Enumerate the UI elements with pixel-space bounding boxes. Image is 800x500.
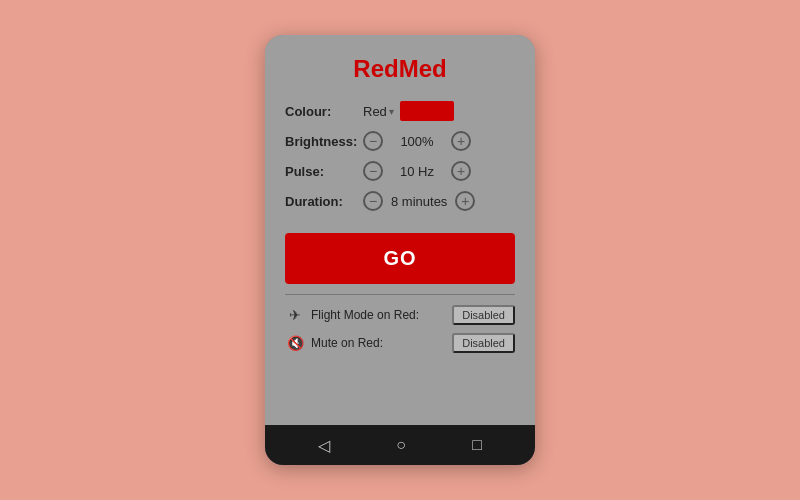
pulse-controls: − 10 Hz + <box>363 161 471 181</box>
mute-toggle[interactable]: Disabled <box>452 333 515 353</box>
go-button[interactable]: GO <box>285 233 515 284</box>
duration-controls: − 8 minutes + <box>363 191 475 211</box>
pulse-value: 10 Hz <box>391 164 443 179</box>
brightness-controls: − 100% + <box>363 131 471 151</box>
flight-mode-label: Flight Mode on Red: <box>311 308 446 322</box>
duration-value: 8 minutes <box>391 194 447 209</box>
flight-mode-toggle[interactable]: Disabled <box>452 305 515 325</box>
pulse-increase-button[interactable]: + <box>451 161 471 181</box>
colour-dropdown[interactable]: Red ▾ <box>363 104 394 119</box>
mute-icon: 🔇 <box>285 335 305 351</box>
brightness-row: Brightness: − 100% + <box>285 131 515 151</box>
colour-row: Colour: Red ▾ <box>285 101 515 121</box>
flight-mode-row: ✈ Flight Mode on Red: Disabled <box>285 305 515 325</box>
colour-selector[interactable]: Red ▾ <box>363 101 454 121</box>
chevron-down-icon: ▾ <box>389 106 394 117</box>
brightness-value: 100% <box>391 134 443 149</box>
colour-value: Red <box>363 104 387 119</box>
app-title: RedMed <box>285 55 515 83</box>
mute-label: Mute on Red: <box>311 336 446 350</box>
pulse-label: Pulse: <box>285 164 363 179</box>
back-button[interactable]: ◁ <box>318 436 330 455</box>
brightness-decrease-button[interactable]: − <box>363 131 383 151</box>
brightness-increase-button[interactable]: + <box>451 131 471 151</box>
duration-increase-button[interactable]: + <box>455 191 475 211</box>
divider <box>285 294 515 295</box>
duration-decrease-button[interactable]: − <box>363 191 383 211</box>
airplane-icon: ✈ <box>285 307 305 323</box>
nav-bar: ◁ ○ □ <box>265 425 535 465</box>
home-button[interactable]: ○ <box>396 436 406 454</box>
phone-frame: RedMed Colour: Red ▾ Brightness: − 100% … <box>265 35 535 465</box>
brightness-label: Brightness: <box>285 134 363 149</box>
pulse-decrease-button[interactable]: − <box>363 161 383 181</box>
recents-button[interactable]: □ <box>472 436 482 454</box>
duration-row: Duration: − 8 minutes + <box>285 191 515 211</box>
pulse-row: Pulse: − 10 Hz + <box>285 161 515 181</box>
app-screen: RedMed Colour: Red ▾ Brightness: − 100% … <box>265 35 535 425</box>
mute-row: 🔇 Mute on Red: Disabled <box>285 333 515 353</box>
colour-label: Colour: <box>285 104 363 119</box>
colour-swatch <box>400 101 454 121</box>
duration-label: Duration: <box>285 194 363 209</box>
